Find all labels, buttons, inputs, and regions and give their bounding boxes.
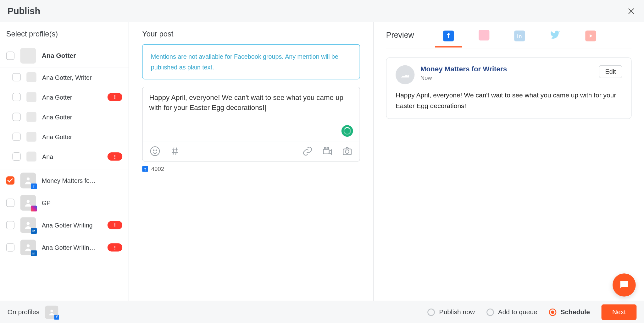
profile-row[interactable]: Ana Gotter (0, 107, 129, 127)
linkedin-icon (31, 228, 37, 234)
svg-point-12 (51, 309, 53, 312)
preview-label: Preview (386, 30, 414, 47)
radio-publish-now[interactable]: Publish now (428, 308, 475, 316)
profile-checkbox[interactable] (6, 243, 14, 251)
close-icon[interactable] (626, 6, 636, 16)
avatar (20, 217, 36, 233)
emoji-icon[interactable] (149, 145, 161, 157)
radio-icon (486, 308, 494, 316)
loading-spinner-icon (341, 125, 353, 137)
avatar (26, 112, 36, 122)
linkedin-icon: in (514, 30, 525, 41)
chat-fab[interactable] (613, 273, 636, 297)
alert-badge: ! (108, 152, 122, 161)
preview-profile-name: Money Matters for Writers (420, 65, 507, 74)
composer-panel: Your post Mentions are not available for… (129, 22, 374, 301)
linkedin-icon (31, 250, 37, 256)
profile-checkbox[interactable] (12, 113, 20, 121)
facebook-icon: f (443, 30, 454, 41)
radio-add-queue[interactable]: Add to queue (486, 308, 537, 316)
alert-badge: ! (108, 221, 122, 229)
svg-point-0 (27, 178, 30, 181)
profile-row[interactable]: Ana Gotter (0, 127, 129, 147)
avatar (26, 92, 36, 102)
svg-point-9 (327, 147, 329, 149)
facebook-icon (31, 183, 37, 189)
profile-checkbox[interactable] (6, 176, 14, 184)
tab-linkedin[interactable]: in (502, 30, 537, 47)
profile-checkbox[interactable] (12, 152, 20, 161)
camera-icon[interactable] (341, 145, 353, 157)
profile-row[interactable]: Ana Gotter ! (0, 87, 129, 107)
text-cursor (264, 104, 266, 112)
radio-label: Schedule (560, 308, 590, 316)
preview-timestamp: Now (420, 74, 507, 81)
youtube-icon (585, 30, 596, 41)
avatar (20, 172, 36, 188)
profile-main[interactable]: Ana Gotter (0, 44, 129, 68)
avatar (20, 48, 36, 63)
link-icon[interactable] (302, 145, 314, 157)
edit-button[interactable]: Edit (599, 65, 622, 78)
char-counter: f 4902 (142, 166, 360, 172)
facebook-icon: f (142, 166, 148, 172)
svg-point-6 (156, 150, 157, 151)
footer: On profiles Publish now Add to queue Sch… (0, 301, 644, 323)
svg-point-8 (324, 147, 326, 149)
radio-icon (428, 308, 435, 316)
video-icon[interactable] (322, 145, 333, 157)
profile-checkbox[interactable] (12, 133, 20, 141)
preview-panel: Preview f in Money Matters for Writers N… (374, 22, 644, 301)
profile-row[interactable]: Money Matters fo… (0, 169, 129, 192)
footer-profile-avatar[interactable] (45, 305, 58, 319)
preview-body: Happy April, everyone! We can't wait to … (396, 90, 622, 111)
tab-facebook[interactable]: f (430, 30, 466, 47)
profile-name: Ana (42, 153, 102, 160)
profile-row[interactable]: Ana Gotter Writin… ! (0, 236, 129, 259)
radio-label: Publish now (439, 308, 475, 316)
next-button[interactable]: Next (602, 304, 637, 320)
svg-point-11 (345, 150, 349, 153)
profiles-panel: Select profile(s) Ana Gotter Ana Gotter,… (0, 22, 129, 301)
profile-name: Ana Gotter Writin… (42, 244, 102, 251)
profile-checkbox[interactable] (12, 73, 20, 81)
profile-row[interactable]: Ana ! (0, 147, 129, 167)
profile-row[interactable]: GP (0, 192, 129, 214)
svg-point-5 (153, 150, 154, 151)
profile-checkbox[interactable] (6, 52, 14, 60)
composer: Happy April, everyone! We can't wait to … (142, 87, 360, 162)
svg-point-2 (27, 222, 30, 225)
tab-youtube[interactable] (573, 30, 608, 47)
profile-name: Ana Gotter (42, 94, 102, 101)
topbar: Publish (0, 0, 644, 22)
radio-schedule[interactable]: Schedule (549, 308, 590, 316)
profile-checkbox[interactable] (12, 93, 20, 101)
alert-badge: ! (108, 243, 122, 251)
page-title: Publish (8, 6, 40, 16)
post-text: Happy April, everyone! We can't wait to … (149, 94, 343, 111)
profile-row[interactable]: Ana Gotter Writing ! (0, 214, 129, 236)
profile-name: Ana Gotter Writing (42, 222, 102, 228)
hashtag-icon[interactable] (169, 145, 181, 157)
on-profiles-label: On profiles (8, 308, 40, 316)
profile-checkbox[interactable] (6, 199, 14, 207)
composer-toolbar (143, 141, 360, 161)
preview-avatar (396, 65, 414, 84)
composer-title: Your post (142, 30, 360, 39)
tab-twitter[interactable] (537, 30, 573, 48)
preview-card: Money Matters for Writers Now Edit Happy… (386, 57, 632, 119)
profile-checkbox[interactable] (6, 221, 14, 229)
svg-rect-7 (323, 149, 329, 154)
publish-options: Publish now Add to queue Schedule Next (428, 304, 637, 320)
instagram-icon (479, 30, 489, 41)
mentions-alert: Mentions are not available for Facebook … (142, 44, 360, 79)
profile-row[interactable]: Ana Gotter, Writer (0, 67, 129, 87)
preview-header: Money Matters for Writers Now Edit (396, 65, 622, 84)
tab-instagram[interactable] (466, 30, 502, 48)
avatar (26, 72, 36, 82)
char-count-value: 4902 (151, 166, 164, 172)
profiles-title: Select profile(s) (0, 22, 129, 44)
post-textarea[interactable]: Happy April, everyone! We can't wait to … (143, 87, 360, 141)
preview-tabs: Preview f in (386, 30, 632, 48)
profile-name: Ana Gotter (42, 113, 122, 120)
